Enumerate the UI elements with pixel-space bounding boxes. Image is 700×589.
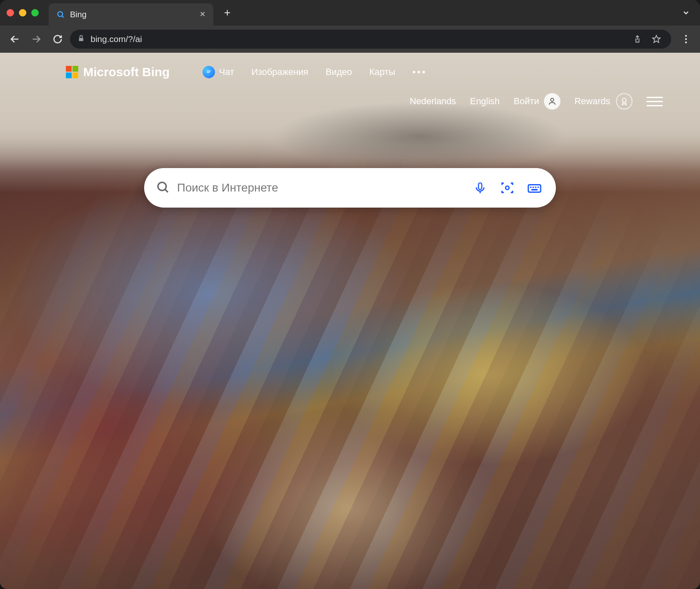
logo-text: Microsoft Bing (83, 65, 170, 79)
window-close-button[interactable] (7, 9, 14, 16)
hamburger-menu-button[interactable] (646, 93, 663, 110)
nav-reload-button[interactable] (49, 30, 67, 48)
url-text: bing.com/?/ai (91, 34, 624, 44)
browser-menu-button[interactable] (678, 31, 694, 47)
tabs-dropdown-button[interactable] (679, 5, 693, 20)
nav-chat-label: Чат (219, 67, 234, 77)
nav-chat[interactable]: Чат (203, 66, 234, 78)
svg-point-15 (551, 98, 554, 101)
nav-images[interactable]: Изображения (252, 67, 308, 77)
nav-back-button[interactable] (6, 30, 24, 48)
lang-nederlands[interactable]: Nederlands (410, 96, 456, 107)
svg-point-21 (506, 186, 509, 190)
share-button[interactable] (630, 32, 645, 47)
lang-english[interactable]: English (470, 96, 499, 107)
search-icon (156, 180, 170, 196)
page-content: Microsoft Bing Чат Изображения Видео (0, 53, 700, 589)
avatar-icon (544, 93, 560, 110)
svg-rect-19 (478, 183, 482, 189)
addressbar: bing.com/?/ai (0, 26, 700, 53)
hero-background-image (0, 53, 700, 589)
search-container (144, 168, 556, 208)
nav-video-label: Видео (326, 67, 352, 77)
searchbar (144, 168, 556, 208)
visual-search-button[interactable] (497, 178, 517, 198)
svg-rect-8 (79, 38, 84, 41)
tab-title: Bing (70, 10, 194, 19)
lock-icon (77, 34, 85, 44)
signin-label: Войти (514, 96, 539, 107)
nav-maps[interactable]: Карты (369, 67, 395, 77)
svg-point-17 (158, 182, 166, 191)
rewards-label: Rewards (574, 96, 610, 107)
svg-line-18 (165, 189, 168, 192)
keyboard-input-button[interactable] (525, 178, 544, 198)
nav-more-button[interactable]: ••• (413, 67, 427, 77)
tab-close-icon[interactable] (199, 9, 206, 20)
svg-point-11 (685, 38, 687, 40)
svg-rect-22 (528, 185, 541, 192)
signin-button[interactable]: Войти (514, 93, 561, 110)
rewards-medal-icon (616, 93, 632, 110)
svg-point-12 (685, 42, 687, 43)
svg-point-10 (685, 35, 687, 37)
url-field[interactable]: bing.com/?/ai (70, 30, 671, 49)
microsoft-logo-icon (66, 66, 78, 78)
new-tab-button[interactable] (220, 5, 235, 20)
nav-images-label: Изображения (252, 67, 308, 77)
bing-favicon-icon (56, 10, 65, 19)
nav-maps-label: Карты (369, 67, 395, 77)
rewards-button[interactable]: Rewards (574, 93, 632, 110)
svg-marker-9 (653, 35, 660, 42)
bing-header: Microsoft Bing Чат Изображения Видео (0, 53, 700, 110)
window-minimize-button[interactable] (19, 9, 26, 16)
traffic-lights (7, 9, 39, 16)
svg-point-0 (58, 12, 63, 16)
voice-search-button[interactable] (470, 178, 490, 198)
titlebar: Bing (0, 0, 700, 26)
browser-window: Bing bing.com/?/ai (0, 0, 700, 589)
chat-icon (203, 66, 215, 78)
nav-video[interactable]: Видео (326, 67, 352, 77)
svg-line-1 (62, 16, 63, 17)
bookmark-button[interactable] (649, 32, 664, 47)
window-maximize-button[interactable] (31, 9, 39, 16)
search-input[interactable] (177, 181, 463, 194)
browser-tab[interactable]: Bing (49, 3, 213, 26)
svg-point-16 (622, 98, 626, 102)
nav-forward-button[interactable] (27, 30, 45, 48)
primary-nav: Чат Изображения Видео Карты ••• (203, 66, 427, 78)
bing-logo[interactable]: Microsoft Bing (66, 65, 170, 79)
